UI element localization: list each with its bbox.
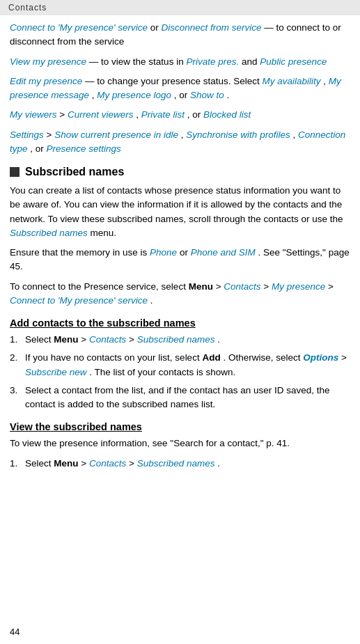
blocked-list-link[interactable]: Blocked list — [203, 109, 251, 120]
list-number-4: 1. — [10, 457, 25, 471]
settings-link[interactable]: Settings — [10, 129, 44, 140]
my-viewers-link[interactable]: My viewers — [10, 109, 57, 120]
paragraph-connect: Connect to 'My presence' service or Disc… — [10, 21, 350, 49]
text-gt7: > — [129, 334, 137, 345]
text-and: and — [242, 56, 260, 67]
add-contacts-heading: Add contacts to the subscribed names — [10, 317, 350, 329]
section-body-text-5: To connect to the Presence service, sele… — [10, 281, 189, 292]
text-gt6: > — [81, 334, 89, 345]
text-or: or — [150, 22, 162, 33]
text-otherwise: . Otherwise, select — [223, 352, 303, 363]
list-item: 3. Select a contact from the list, and i… — [10, 384, 350, 412]
options-bold-link[interactable]: Options — [303, 352, 338, 363]
header-title: Contacts — [8, 3, 47, 13]
text-gt4: > — [263, 281, 272, 292]
show-current-presence-link[interactable]: Show current presence in idle — [54, 129, 178, 140]
paragraph-view-presence: View my presence — to view the status in… — [10, 55, 350, 69]
public-presence-link[interactable]: Public presence — [260, 56, 327, 67]
private-list-link[interactable]: Private list — [141, 109, 185, 120]
view-subscribed-heading-text: View the subscribed names — [10, 421, 142, 432]
text-gt3: > — [216, 281, 224, 292]
text-gt8: > — [341, 352, 347, 363]
subscribed-names-link-2[interactable]: Subscribed names — [137, 458, 215, 469]
list-content-4: Select Menu > Contacts > Subscribed name… — [25, 457, 350, 471]
connect-my-presence-link[interactable]: Connect to 'My presence' service — [10, 295, 148, 306]
subscribed-names-heading: Subscribed names — [10, 166, 350, 178]
text-gt10: > — [129, 458, 137, 469]
list-item: 1. Select Menu > Contacts > Subscribed n… — [10, 457, 350, 471]
section-body-text-3: Ensure that the memory in use is — [10, 247, 150, 258]
my-availability-link[interactable]: My availability — [262, 76, 320, 86]
text-or3: , or — [187, 109, 203, 120]
connect-service-link[interactable]: Connect to 'My presence' service — [10, 22, 148, 33]
phone-link[interactable]: Phone — [150, 247, 177, 258]
my-presence-logo-link[interactable]: My presence logo — [97, 90, 171, 100]
text-edit-desc: — to change your presence status. Select — [85, 76, 262, 86]
page-header: Contacts — [0, 0, 360, 15]
page-number: 44 — [10, 627, 19, 637]
text-select-contact: Select a contact from the list, and if t… — [25, 385, 329, 409]
text-gt2: > — [47, 129, 55, 140]
section-body-3: To connect to the Presence service, sele… — [10, 280, 350, 308]
my-presence-link-1[interactable]: My presence — [272, 281, 325, 292]
menu-bold-2: Menu — [54, 334, 78, 345]
edit-my-presence-link[interactable]: Edit my presence — [10, 76, 82, 86]
text-list-shown: . The list of your contacts is shown. — [89, 367, 235, 377]
menu-bold-1: Menu — [189, 281, 213, 292]
subscribed-names-link-1[interactable]: Subscribed names — [137, 334, 215, 345]
list-number-2: 2. — [10, 351, 25, 379]
page-wrapper: Contacts Connect to 'My presence' servic… — [0, 0, 360, 644]
list-item: 1. Select Menu > Contacts > Subscribed n… — [10, 333, 350, 347]
subscribed-names-menu-link[interactable]: Subscribed names — [10, 228, 88, 238]
subscribe-new-link[interactable]: Subscribe new — [25, 367, 87, 377]
view-my-presence-link[interactable]: View my presence — [10, 56, 86, 67]
paragraph-my-viewers: My viewers > Current viewers , Private l… — [10, 108, 350, 122]
contacts-link-3[interactable]: Contacts — [89, 458, 126, 469]
text-period2: . — [150, 295, 153, 306]
list-item: 2. If you have no contacts on your list,… — [10, 351, 350, 379]
content-area: Connect to 'My presence' service or Disc… — [0, 15, 360, 489]
section-heading-text: Subscribed names — [25, 166, 124, 178]
menu-bold-3: Menu — [54, 458, 78, 469]
current-viewers-link[interactable]: Current viewers — [68, 109, 134, 120]
list-number-1: 1. — [10, 333, 25, 347]
contacts-link-1[interactable]: Contacts — [224, 281, 260, 292]
list-content-1: Select Menu > Contacts > Subscribed name… — [25, 333, 350, 347]
disconnect-service-link[interactable]: Disconnect from service — [162, 22, 262, 33]
presence-settings-link[interactable]: Presence settings — [47, 143, 121, 154]
paragraph-settings: Settings > Show current presence in idle… — [10, 128, 350, 157]
text-period1: . — [227, 90, 230, 100]
heading-square-icon — [10, 167, 19, 177]
section-body-text-2: menu. — [91, 228, 117, 238]
synchronise-link[interactable]: Synchronise with profiles — [186, 129, 290, 140]
add-contacts-heading-text: Add contacts to the subscribed names — [10, 317, 196, 329]
text-if-no: If you have no contacts on your list, se… — [25, 352, 202, 363]
text-comma3: , — [136, 109, 141, 120]
text-select-1: Select — [25, 334, 54, 345]
text-or5: or — [180, 247, 191, 258]
list-number-3: 3. — [10, 384, 25, 412]
text-comma5: , — [292, 129, 298, 140]
text-view-desc: — to view the status in — [89, 56, 187, 67]
text-or4: , or — [30, 143, 46, 154]
paragraph-edit-presence: Edit my presence — to change your presen… — [10, 74, 350, 103]
text-gt5: > — [328, 281, 334, 292]
private-pres-link[interactable]: Private pres. — [186, 56, 239, 67]
contacts-link-2[interactable]: Contacts — [89, 334, 126, 345]
view-intro: To view the presence information, see "S… — [10, 437, 350, 450]
section-body-1: You can create a list of contacts whose … — [10, 184, 350, 240]
list-content-2: If you have no contacts on your list, se… — [25, 351, 350, 379]
add-bold: Add — [202, 352, 220, 363]
text-gt9: > — [81, 458, 89, 469]
phone-and-sim-link[interactable]: Phone and SIM — [191, 247, 256, 258]
text-gt1: > — [59, 109, 68, 120]
view-subscribed-heading: View the subscribed names — [10, 421, 350, 432]
show-to-link[interactable]: Show to — [190, 90, 224, 100]
view-intro-text: To view the presence information, see "S… — [10, 438, 290, 448]
text-period4: . — [217, 458, 220, 469]
text-select-3: Select — [25, 458, 54, 469]
text-comma1: , — [323, 76, 329, 86]
section-body-2: Ensure that the memory in use is Phone o… — [10, 246, 350, 274]
section-body-text-1: You can create a list of contacts whose … — [10, 185, 343, 224]
list-content-3: Select a contact from the list, and if t… — [25, 384, 350, 412]
